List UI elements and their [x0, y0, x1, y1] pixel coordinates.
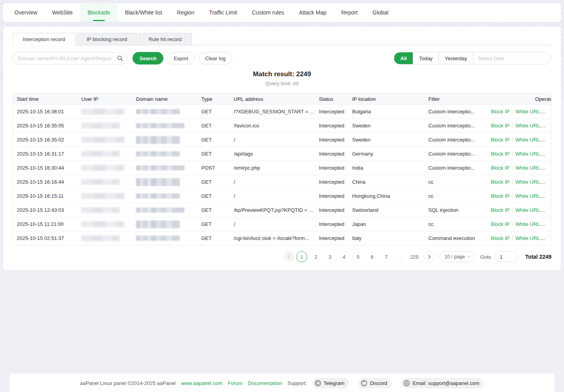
redacted-domain-name	[136, 109, 180, 114]
details-link[interactable]: Details	[546, 123, 551, 129]
block-ip-link[interactable]: Block IP	[491, 151, 510, 157]
page-number[interactable]: 225	[409, 251, 420, 262]
date-picker-input[interactable]	[478, 55, 547, 61]
block-ip-link[interactable]: Block IP	[491, 221, 510, 227]
nav-tab[interactable]: Traffic Limit	[202, 3, 245, 22]
column-header: Type	[197, 93, 230, 104]
page-number[interactable]: 6	[367, 251, 378, 262]
forum-link[interactable]: Forum	[228, 380, 243, 386]
block-ip-link[interactable]: Block IP	[491, 207, 510, 213]
redacted-domain-name	[136, 236, 180, 241]
details-link[interactable]: Details	[546, 207, 551, 213]
nav-tab[interactable]: Attack Map	[292, 3, 334, 22]
details-link[interactable]: Details	[546, 109, 551, 115]
block-ip-link[interactable]: Block IP	[491, 235, 510, 241]
date-filter-option[interactable]: Yesterday	[439, 52, 473, 64]
date-picker	[473, 52, 551, 64]
nav-tab[interactable]: Blockade	[80, 3, 118, 22]
telegram-icon	[315, 380, 321, 387]
table-row: 2025-10-15 16:15:11 GET / Intercepted Ho…	[13, 189, 551, 203]
page-number[interactable]: 7	[381, 251, 392, 262]
details-link[interactable]: Details	[546, 193, 551, 199]
white-url-link[interactable]: White URL	[516, 193, 545, 199]
cell-start-time: 2025-10-15 12:43:03	[13, 203, 77, 217]
white-url-link[interactable]: White URL	[516, 235, 545, 241]
block-ip-link[interactable]: Block IP	[491, 123, 510, 129]
record-tab[interactable]: Interception record	[13, 33, 75, 45]
nav-tab[interactable]: Overview	[7, 3, 45, 22]
chevron-left-icon	[287, 254, 292, 259]
cell-status: Intercepted	[315, 147, 348, 161]
clear-log-button[interactable]: Clear log	[199, 52, 232, 64]
record-tab-label: Rule hit record	[149, 36, 182, 42]
redacted-domain-name	[136, 193, 180, 199]
block-ip-link[interactable]: Block IP	[491, 165, 510, 171]
prev-page-button[interactable]	[284, 251, 295, 262]
nav-tab[interactable]: Black/White list	[118, 3, 170, 22]
cell-operate: Block IPWhite URLDetails	[487, 104, 551, 118]
block-ip-link[interactable]: Block IP	[491, 179, 510, 185]
operate-divider	[512, 222, 513, 226]
operate-divider	[512, 236, 513, 240]
nav-tab[interactable]: Custom rules	[245, 3, 292, 22]
white-url-link[interactable]: White URL	[516, 123, 545, 129]
telegram-chip[interactable]: Telegram	[312, 378, 349, 388]
cell-status: Intercepted	[315, 231, 348, 245]
white-url-link[interactable]: White URL	[516, 151, 545, 157]
email-chip[interactable]: Email: support@aapanel.com	[401, 378, 484, 388]
cell-status: Intercepted	[315, 189, 348, 203]
white-url-link[interactable]: White URL	[516, 137, 545, 143]
cell-ip-location: Sweden	[348, 132, 424, 147]
cell-url: /favicon.ico	[230, 118, 315, 132]
cell-type: GET	[197, 231, 230, 245]
record-tab[interactable]: Rule hit record	[138, 33, 192, 45]
nav-tab[interactable]: Report	[334, 3, 365, 22]
white-url-link[interactable]: White URL	[516, 221, 545, 227]
cell-operate: Block IPWhite URLDetails	[487, 118, 551, 132]
block-ip-link[interactable]: Block IP	[491, 109, 510, 115]
white-url-link[interactable]: White URL	[516, 179, 545, 185]
white-url-link[interactable]: White URL	[516, 109, 545, 115]
website-link[interactable]: www.aapanel.com	[181, 380, 222, 386]
search-button[interactable]: Search	[132, 52, 163, 64]
discord-chip[interactable]: Discord	[358, 378, 392, 388]
block-ip-link[interactable]: Block IP	[491, 193, 510, 199]
per-page-select[interactable]: 10 / page	[439, 251, 475, 262]
goto-label: Goto	[480, 254, 491, 260]
search-icon[interactable]	[117, 55, 123, 61]
page-number[interactable]: 1	[296, 251, 307, 262]
page-number[interactable]: ...	[395, 251, 406, 262]
details-link[interactable]: Details	[546, 235, 551, 241]
export-button[interactable]: Export	[167, 52, 195, 64]
blockade-panel: Interception record IP blocking record R…	[3, 27, 561, 270]
nav-tab[interactable]: Region	[170, 3, 202, 22]
documentation-link[interactable]: Documentation	[248, 380, 282, 386]
page-number[interactable]: 2	[310, 251, 321, 262]
cell-domain-name	[132, 104, 197, 118]
white-url-link[interactable]: White URL	[516, 165, 545, 171]
white-url-link[interactable]: White URL	[516, 207, 545, 213]
record-tab[interactable]: IP blocking record	[76, 33, 137, 45]
telegram-label: Telegram	[324, 380, 344, 386]
page-number[interactable]: 4	[338, 251, 349, 262]
nav-tab[interactable]: WebSite	[45, 3, 80, 22]
page-number[interactable]: 5	[353, 251, 363, 262]
block-ip-link[interactable]: Block IP	[491, 137, 510, 143]
details-link[interactable]: Details	[546, 137, 551, 143]
cell-type: GET	[197, 217, 230, 231]
page-number[interactable]: 3	[324, 251, 335, 262]
operate-divider	[512, 208, 513, 212]
goto-page-input[interactable]	[495, 251, 517, 262]
operate-divider	[512, 179, 513, 184]
date-filter-option[interactable]: Today	[413, 52, 439, 64]
total-count: Total 2249	[525, 254, 551, 260]
details-link[interactable]: Details	[546, 165, 551, 171]
details-link[interactable]: Details	[546, 221, 551, 227]
nav-tab[interactable]: Global	[365, 3, 396, 22]
details-link[interactable]: Details	[546, 151, 551, 157]
next-page-button[interactable]	[424, 251, 435, 262]
filter-row: Search Export Clear log All Today	[13, 52, 551, 64]
search-input[interactable]	[18, 55, 117, 61]
details-link[interactable]: Details	[546, 179, 551, 185]
date-filter-option[interactable]: All	[394, 52, 413, 64]
